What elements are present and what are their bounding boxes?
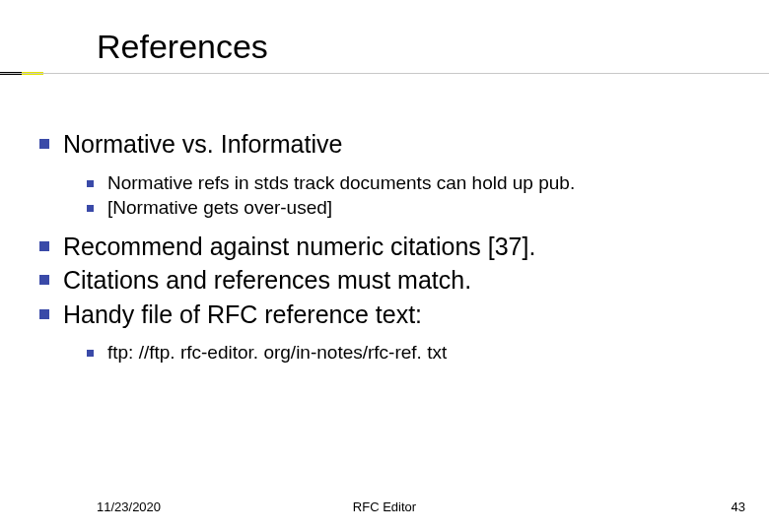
footer-date: 11/23/2020 bbox=[97, 499, 161, 514]
bullet-level2: Normative refs in stds track documents c… bbox=[87, 170, 749, 196]
title-block: References bbox=[0, 28, 769, 75]
bullet-text: Handy file of RFC reference text: bbox=[63, 299, 422, 331]
footer-center: RFC Editor bbox=[353, 499, 416, 514]
slide-title: References bbox=[97, 28, 769, 66]
footer: 11/23/2020 RFC Editor 43 bbox=[0, 499, 769, 514]
bullet-square-icon bbox=[39, 241, 49, 251]
bullet-text: Normative vs. Informative bbox=[63, 128, 342, 161]
bullet-level1: Normative vs. Informative bbox=[39, 128, 749, 161]
bullet-level1: Citations and references must match. bbox=[39, 264, 749, 297]
bullet-square-icon bbox=[39, 275, 49, 285]
bullet-square-icon bbox=[87, 205, 94, 212]
bullet-level1: Handy file of RFC reference text: bbox=[39, 299, 749, 331]
bullet-level2: ftp: //ftp. rfc-editor. org/in-notes/rfc… bbox=[87, 340, 749, 366]
bullet-square-icon bbox=[87, 350, 94, 357]
bullet-text: Recommend against numeric citations [37]… bbox=[63, 231, 535, 263]
bullet-level1: Recommend against numeric citations [37]… bbox=[39, 231, 749, 263]
bullet-text: [Normative gets over-used] bbox=[107, 195, 332, 221]
bullet-text: Normative refs in stds track documents c… bbox=[107, 170, 575, 196]
bullet-square-icon bbox=[39, 309, 49, 319]
bullet-square-icon bbox=[39, 139, 49, 149]
bullet-level2: [Normative gets over-used] bbox=[87, 195, 749, 221]
footer-page: 43 bbox=[732, 499, 745, 514]
bullet-text: ftp: //ftp. rfc-editor. org/in-notes/rfc… bbox=[107, 340, 447, 366]
content-area: Normative vs. Informative Normative refs… bbox=[39, 128, 749, 371]
bullet-text: Citations and references must match. bbox=[63, 264, 471, 297]
bullet-square-icon bbox=[87, 180, 94, 187]
title-underline bbox=[0, 72, 769, 75]
